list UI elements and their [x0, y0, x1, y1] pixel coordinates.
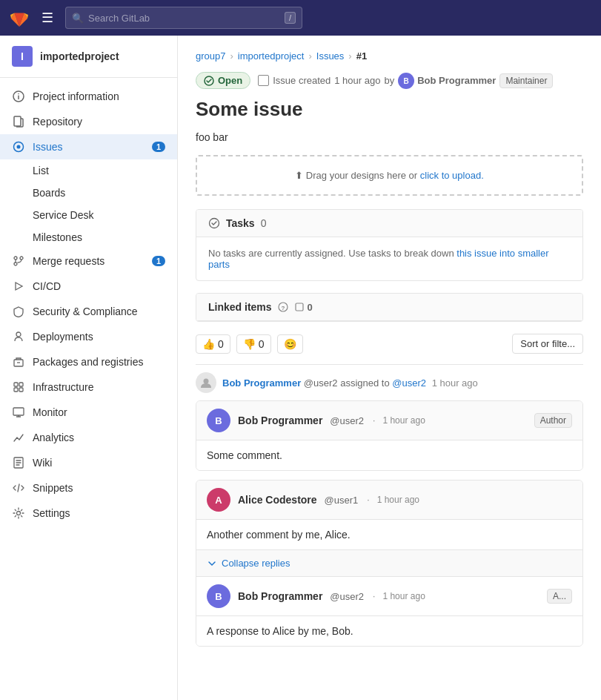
sidebar-label-settings: Settings	[33, 507, 70, 519]
svg-text:?: ?	[281, 305, 285, 311]
comment-2-avatar: A	[207, 488, 230, 512]
svg-text:B: B	[404, 77, 409, 85]
deployments-icon	[12, 330, 25, 343]
reply-1-username: @user2	[330, 591, 364, 602]
svg-point-27	[204, 379, 209, 384]
upload-link[interactable]: click to upload.	[420, 170, 484, 181]
issue-title: Some issue	[196, 98, 583, 121]
sidebar-subitem-service-desk[interactable]: Service Desk	[33, 204, 177, 226]
sidebar-nav: Project information Repository Issues 1	[0, 78, 177, 532]
sidebar-item-deployments[interactable]: Deployments	[0, 324, 177, 349]
tasks-section: Tasks 0 No tasks are currently assigned.…	[196, 209, 583, 281]
sidebar-label-security-compliance: Security & Compliance	[33, 306, 138, 317]
hamburger-icon[interactable]: ☰	[39, 7, 56, 29]
linked-items-section: Linked items ? 0	[196, 293, 583, 322]
sidebar-label-infrastructure: Infrastructure	[33, 381, 93, 393]
svg-point-22	[210, 219, 219, 228]
sidebar-item-monitor[interactable]: Monitor	[0, 400, 177, 425]
sidebar-item-security-compliance[interactable]: Security & Compliance	[0, 299, 177, 324]
breadcrumb: group7 › importedproject › Issues › #1	[196, 50, 583, 62]
maintainer-badge: Maintainer	[499, 73, 553, 88]
issues-subnav: List Boards Service Desk Milestones	[0, 159, 177, 248]
thumbs-up-button[interactable]: 👍 0	[196, 334, 230, 354]
sidebar-label-merge-requests: Merge requests	[33, 255, 104, 267]
breadcrumb-issues[interactable]: Issues	[316, 50, 345, 62]
sidebar-subitem-list[interactable]: List	[33, 159, 177, 182]
gitlab-logo	[9, 7, 30, 28]
project-name: importedproject	[40, 50, 119, 62]
breadcrumb-group[interactable]: group7	[196, 50, 225, 62]
search-bar[interactable]: 🔍 /	[65, 7, 302, 29]
sidebar-item-project-information[interactable]: Project information	[0, 84, 177, 109]
comment-1-author: Bob Programmer	[238, 415, 322, 426]
reactions-row: 👍 0 👎 0 😊 Sort or filte...	[196, 334, 583, 354]
sidebar-label-project-information: Project information	[33, 90, 119, 102]
sidebar-item-issues[interactable]: Issues 1	[0, 134, 177, 159]
issue-status-badge: Open	[196, 72, 250, 89]
issues-icon	[12, 140, 25, 153]
activity-avatar	[196, 372, 216, 393]
sidebar-label-deployments: Deployments	[33, 331, 93, 343]
sidebar-label-monitor: Monitor	[33, 406, 67, 418]
svg-point-6	[14, 257, 17, 260]
sidebar-item-infrastructure[interactable]: Infrastructure	[0, 374, 177, 400]
tasks-count: 0	[261, 217, 267, 229]
activity-assign: Bob Programmer @user2 assigned to @user2…	[196, 364, 583, 400]
reply-1-author: Bob Programmer	[238, 590, 322, 602]
svg-rect-25	[296, 303, 303, 311]
snippets-icon	[12, 481, 25, 495]
issue-created-info: Issue created 1 hour ago by B Bob Progra…	[258, 73, 553, 89]
thumbs-down-button[interactable]: 👎 0	[236, 334, 271, 354]
sort-filter-button[interactable]: Sort or filte...	[512, 334, 583, 354]
svg-point-7	[14, 262, 17, 265]
drag-drop-area[interactable]: ⬆ Drag your designs here or click to upl…	[196, 155, 583, 196]
open-status-icon	[204, 76, 214, 86]
comment-1-time: 1 hour ago	[382, 415, 425, 426]
reply-1-avatar: B	[207, 584, 230, 608]
author-avatar: B	[398, 73, 414, 89]
cicd-icon	[12, 280, 25, 293]
sidebar-item-snippets[interactable]: Snippets	[0, 475, 177, 501]
comment-1-badge: Author	[534, 413, 572, 428]
emoji-button[interactable]: 😊	[277, 334, 303, 354]
sidebar-subitem-milestones[interactable]: Milestones	[33, 226, 177, 248]
sidebar-item-analytics[interactable]: Analytics	[0, 425, 177, 450]
comment-2-time: 1 hour ago	[377, 495, 419, 505]
reply-1-header: B Bob Programmer @user2 · 1 hour ago A..…	[196, 576, 582, 616]
sidebar-item-settings[interactable]: Settings	[0, 501, 177, 526]
wiki-icon	[12, 456, 25, 469]
sidebar-item-wiki[interactable]: Wiki	[0, 450, 177, 475]
reply-1-time: 1 hour ago	[382, 591, 425, 601]
linked-count-icon	[294, 302, 305, 312]
activity-target: @user2	[392, 377, 426, 389]
sidebar-item-repository[interactable]: Repository	[0, 109, 177, 134]
breadcrumb-sep-3: ›	[348, 50, 351, 62]
search-input[interactable]	[88, 13, 280, 24]
reply-1: B Bob Programmer @user2 · 1 hour ago A..…	[196, 576, 582, 646]
collapse-replies-button[interactable]: Collapse replies	[196, 549, 582, 576]
sidebar-label-snippets: Snippets	[33, 482, 73, 494]
sidebar-label-packages-registries: Packages and registries	[33, 356, 143, 368]
project-avatar: I	[12, 46, 33, 67]
issue-body: foo bar	[196, 131, 583, 143]
breadcrumb-project[interactable]: importedproject	[238, 50, 305, 62]
comment-card-1: B Bob Programmer @user2 · 1 hour ago Aut…	[196, 400, 583, 471]
breadcrumb-sep-2: ›	[308, 50, 311, 62]
tasks-icon	[208, 217, 220, 229]
project-header: I importedproject	[0, 36, 177, 78]
navbar: ☰ 🔍 /	[0, 0, 601, 36]
sidebar-subitem-boards[interactable]: Boards	[33, 182, 177, 204]
sidebar-item-merge-requests[interactable]: Merge requests 1	[0, 248, 177, 274]
svg-marker-9	[16, 283, 22, 290]
activity-actor: Bob Programmer	[222, 377, 301, 389]
boards-label: Boards	[33, 187, 65, 199]
sidebar-item-packages-registries[interactable]: Packages and registries	[0, 349, 177, 374]
sidebar-item-cicd[interactable]: CI/CD	[0, 274, 177, 299]
main-content: group7 › importedproject › Issues › #1 O…	[178, 36, 601, 700]
packages-icon	[12, 355, 25, 369]
list-label: List	[33, 165, 49, 176]
svg-point-5	[17, 145, 21, 149]
svg-rect-12	[14, 383, 18, 386]
chevron-down-icon	[207, 558, 217, 569]
milestones-label: Milestones	[33, 231, 82, 243]
